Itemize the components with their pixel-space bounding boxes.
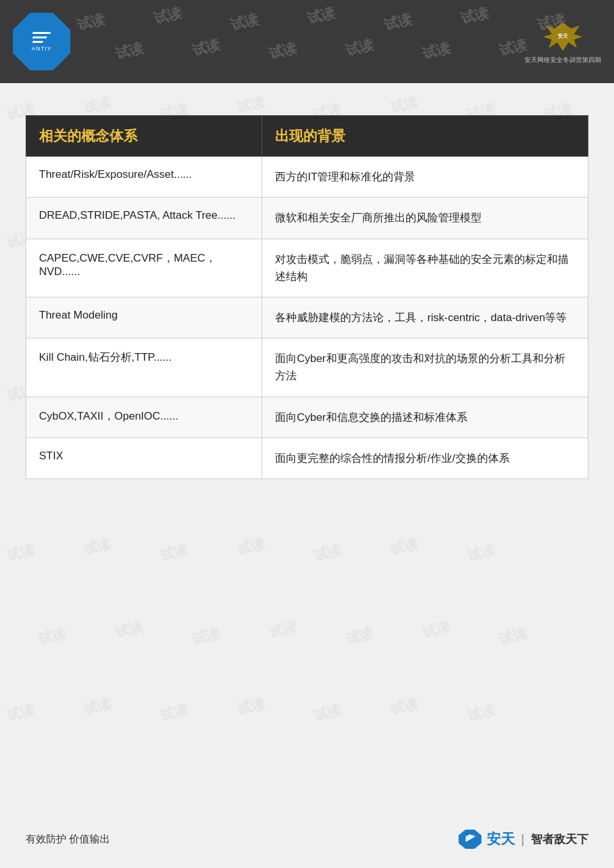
table-row: Kill Chain,钻石分析,TTP......面向Cyber和更高强度的攻击… <box>26 338 588 397</box>
table-cell-left: Threat/Risk/Exposure/Asset...... <box>26 157 262 198</box>
bwm59: 试读 <box>81 694 113 720</box>
footer-separator: | <box>521 832 524 847</box>
bwm45: 试读 <box>81 534 113 560</box>
header-col-left: 相关的概念体系 <box>26 116 262 157</box>
wm3: 试读 <box>228 10 260 35</box>
table-row: STIX面向更完整的综合性的情报分析/作业/交换的体系 <box>26 438 588 478</box>
bwm57: 试读 <box>497 624 529 649</box>
bwm52: 试读 <box>113 617 145 643</box>
table-cell-left: CAPEC,CWE,CVE,CVRF，MAEC，NVD...... <box>26 239 262 297</box>
table-cell-left: Kill Chain,钻石分析,TTP...... <box>26 338 262 397</box>
header-col-right: 出现的背景 <box>262 116 588 157</box>
bwm61: 试读 <box>235 694 267 720</box>
logo-line-3 <box>33 41 43 43</box>
header-watermarks: 试读 试读 试读 试读 试读 试读 试读 试读 试读 试读 试读 试读 试读 试… <box>0 0 614 83</box>
wm9: 试读 <box>113 38 145 64</box>
footer-antiy-icon <box>459 830 482 849</box>
bwm51: 试读 <box>36 624 68 649</box>
bwm47: 试读 <box>235 534 267 560</box>
right-logo-sub: 安天网络安全冬训营第四期 <box>524 56 601 65</box>
table-cell-right: 面向更完整的综合性的情报分析/作业/交换的体系 <box>262 438 588 478</box>
table-cell-right: 微软和相关安全厂商所推出的风险管理模型 <box>262 198 588 239</box>
table-row: CAPEC,CWE,CVE,CVRF，MAEC，NVD......对攻击模式，脆… <box>26 239 588 297</box>
wm11: 试读 <box>267 38 299 64</box>
logo-lines <box>33 32 51 43</box>
content-table: 相关的概念体系 出现的背景 Threat/Risk/Exposure/Asset… <box>26 115 588 479</box>
bwm63: 试读 <box>388 694 420 720</box>
table-cell-right: 面向Cyber和信息交换的描述和标准体系 <box>262 397 588 438</box>
main-content: 相关的概念体系 出现的背景 Threat/Risk/Exposure/Asset… <box>0 83 614 498</box>
right-logo-svg: 安天 <box>540 19 585 54</box>
wm6: 试读 <box>459 3 491 29</box>
logo-line-1 <box>33 32 51 34</box>
table-cell-left: Threat Modeling <box>26 297 262 338</box>
wm5: 试读 <box>382 10 414 35</box>
bwm50: 试读 <box>465 541 497 566</box>
footer-slogan: 智者敌天下 <box>531 832 588 847</box>
footer-right: 安天 | 智者敌天下 <box>459 830 588 849</box>
table-row: Threat Modeling各种威胁建模的方法论，工具，risk-centri… <box>26 297 588 338</box>
bwm62: 试读 <box>311 700 343 726</box>
logo-line-2 <box>33 36 47 38</box>
bwm53: 试读 <box>190 624 222 649</box>
table-row: CybOX,TAXII，OpenIOC......面向Cyber和信息交换的描述… <box>26 397 588 438</box>
wm2: 试读 <box>152 3 184 29</box>
bwm55: 试读 <box>343 624 375 649</box>
bwm64: 试读 <box>465 700 497 726</box>
wm13: 试读 <box>420 38 452 64</box>
bwm60: 试读 <box>158 700 190 726</box>
footer-icon-svg <box>464 833 476 845</box>
header-right-logo: 安天 安天网络安全冬训营第四期 <box>524 19 601 65</box>
table-header-row: 相关的概念体系 出现的背景 <box>26 116 588 157</box>
bwm46: 试读 <box>158 541 190 566</box>
table-row: Threat/Risk/Exposure/Asset......西方的IT管理和… <box>26 157 588 198</box>
bwm58: 试读 <box>4 700 36 726</box>
footer: 有效防护 价值输出 安天 | 智者敌天下 <box>0 830 614 849</box>
table-cell-right: 对攻击模式，脆弱点，漏洞等各种基础的安全元素的标定和描述结构 <box>262 239 588 297</box>
svg-text:安天: 安天 <box>557 33 569 39</box>
bwm56: 试读 <box>420 617 452 643</box>
table-cell-left: DREAD,STRIDE,PASTA, Attack Tree...... <box>26 198 262 239</box>
table-cell-right: 面向Cyber和更高强度的攻击和对抗的场景的分析工具和分析方法 <box>262 338 588 397</box>
table-cell-left: STIX <box>26 438 262 478</box>
bwm44: 试读 <box>4 541 36 566</box>
header: 试读 试读 试读 试读 试读 试读 试读 试读 试读 试读 试读 试读 试读 试… <box>0 0 614 83</box>
bwm48: 试读 <box>311 541 343 566</box>
wm1: 试读 <box>75 10 107 35</box>
wm4: 试读 <box>305 3 337 29</box>
table-row: DREAD,STRIDE,PASTA, Attack Tree......微软和… <box>26 198 588 239</box>
bwm49: 试读 <box>388 534 420 560</box>
wm10: 试读 <box>190 35 222 61</box>
bwm54: 试读 <box>267 617 299 643</box>
table-body: Threat/Risk/Exposure/Asset......西方的IT管理和… <box>26 157 588 479</box>
footer-antiy-text: 安天 <box>487 830 515 849</box>
table-cell-right: 各种威胁建模的方法论，工具，risk-centric，data-driven等等 <box>262 297 588 338</box>
logo-text: ANTIY <box>31 45 52 52</box>
table-cell-left: CybOX,TAXII，OpenIOC...... <box>26 397 262 438</box>
table-cell-right: 西方的IT管理和标准化的背景 <box>262 157 588 198</box>
header-logo: ANTIY <box>13 13 70 70</box>
footer-left-text: 有效防护 价值输出 <box>26 833 110 846</box>
wm12: 试读 <box>343 35 375 61</box>
